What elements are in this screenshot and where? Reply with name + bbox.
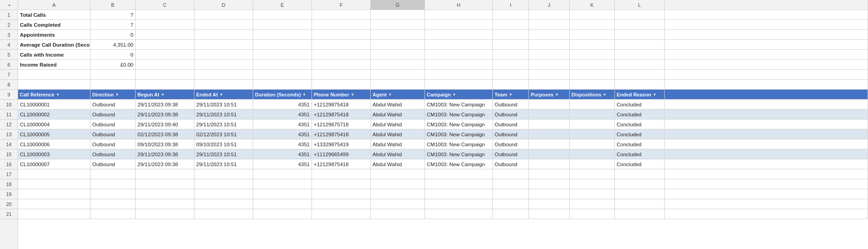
cell-duration-11[interactable]: 4351 (253, 110, 312, 119)
cell-g1[interactable] (371, 10, 425, 19)
filter-icon-campaign[interactable]: ▼ (452, 92, 456, 97)
row-header-5[interactable]: 5 (0, 50, 18, 60)
row-header-12[interactable]: 12 (0, 120, 18, 129)
header-ended-reason[interactable]: Ended Reason ▼ (615, 90, 665, 99)
cell-agent-10[interactable]: Abdul Wahid (371, 100, 425, 109)
col-header-g[interactable]: G (371, 0, 425, 10)
col-header-l[interactable]: L (615, 0, 665, 10)
cell-call-ref-16[interactable]: CL10000007 (18, 159, 90, 169)
cell-begun-14[interactable]: 09/10/2023 09:38 (136, 139, 194, 149)
cell-direction-11[interactable]: Outbound (90, 110, 136, 119)
col-header-h[interactable]: H (425, 0, 493, 10)
cell-j2[interactable] (529, 20, 570, 29)
cell-g5[interactable] (371, 50, 425, 59)
cell-purposes-16[interactable] (529, 159, 570, 169)
cell-e7[interactable] (253, 70, 312, 79)
cell-team-13[interactable]: Outbound (493, 129, 529, 139)
cell-k6[interactable] (570, 60, 615, 69)
cell-c4[interactable] (136, 40, 194, 49)
cell-a4[interactable]: Average Call Duration (Seconds) (18, 40, 90, 49)
col-header-b[interactable]: B (90, 0, 136, 10)
cell-dispositions-12[interactable] (570, 120, 615, 129)
cell-agent-14[interactable]: Abdul Wahid (371, 139, 425, 149)
cell-k2[interactable] (570, 20, 615, 29)
cell-i6[interactable] (493, 60, 529, 69)
header-call-reference[interactable]: Call Reference ▼ (18, 90, 90, 99)
cell-c5[interactable] (136, 50, 194, 59)
cell-duration-13[interactable]: 4351 (253, 129, 312, 139)
cell-d8[interactable] (194, 80, 253, 89)
cell-i7[interactable] (493, 70, 529, 79)
cell-f3[interactable] (312, 30, 371, 39)
col-header-j[interactable]: J (529, 0, 570, 10)
cell-b3[interactable]: 0 (90, 30, 136, 39)
cell-begun-11[interactable]: 29/11/2023 09:38 (136, 110, 194, 119)
cell-dispositions-16[interactable] (570, 159, 615, 169)
cell-j8[interactable] (529, 80, 570, 89)
filter-icon-begun[interactable]: ▼ (160, 92, 165, 97)
cell-ended-14[interactable]: 09/10/2023 10:51 (194, 139, 253, 149)
cell-purposes-12[interactable] (529, 120, 570, 129)
cell-l4[interactable] (615, 40, 665, 49)
cell-e8[interactable] (253, 80, 312, 89)
cell-i5[interactable] (493, 50, 529, 59)
cell-d1[interactable] (194, 10, 253, 19)
cell-dispositions-13[interactable] (570, 129, 615, 139)
cell-k1[interactable] (570, 10, 615, 19)
cell-a8[interactable] (18, 80, 90, 89)
filter-icon-purposes[interactable]: ▼ (555, 92, 559, 97)
cell-call-ref-12[interactable]: CL10000004 (18, 120, 90, 129)
cell-l1[interactable] (615, 10, 665, 19)
cell-j3[interactable] (529, 30, 570, 39)
row-header-1[interactable]: 1 (0, 10, 18, 20)
cell-c6[interactable] (136, 60, 194, 69)
row-header-10[interactable]: 10 (0, 100, 18, 110)
cell-e6[interactable] (253, 60, 312, 69)
cell-e1[interactable] (253, 10, 312, 19)
cell-b7[interactable] (90, 70, 136, 79)
cell-e3[interactable] (253, 30, 312, 39)
cell-phone-12[interactable]: +12129675718 (312, 120, 371, 129)
cell-purposes-15[interactable] (529, 149, 570, 159)
cell-duration-12[interactable]: 4351 (253, 120, 312, 129)
cell-duration-15[interactable]: 4351 (253, 149, 312, 159)
cell-k5[interactable] (570, 50, 615, 59)
cell-l6[interactable] (615, 60, 665, 69)
cell-k7[interactable] (570, 70, 615, 79)
col-header-a[interactable]: A (18, 0, 90, 10)
cell-j5[interactable] (529, 50, 570, 59)
cell-l5[interactable] (615, 50, 665, 59)
cell-duration-10[interactable]: 4351 (253, 100, 312, 109)
cell-agent-16[interactable]: Abdul Wahid (371, 159, 425, 169)
cell-i8[interactable] (493, 80, 529, 89)
cell-f1[interactable] (312, 10, 371, 19)
cell-j7[interactable] (529, 70, 570, 79)
cell-call-ref-14[interactable]: CL10000006 (18, 139, 90, 149)
cell-phone-16[interactable]: +12129875418 (312, 159, 371, 169)
cell-campaign-14[interactable]: CM1003: New Campaign (425, 139, 493, 149)
cell-ended-15[interactable]: 29/11/2023 10:51 (194, 149, 253, 159)
header-begun-at[interactable]: Begun At ▼ (136, 90, 194, 99)
cell-e4[interactable] (253, 40, 312, 49)
cell-d3[interactable] (194, 30, 253, 39)
cell-team-10[interactable]: Outbound (493, 100, 529, 109)
select-all-corner[interactable] (0, 0, 18, 10)
cell-phone-13[interactable]: +12129875418 (312, 129, 371, 139)
row-header-11[interactable]: 11 (0, 110, 18, 120)
cell-b6[interactable]: £0.00 (90, 60, 136, 69)
header-agent[interactable]: Agent ▼ (371, 90, 425, 99)
row-header-21[interactable]: 21 (0, 209, 18, 219)
header-purposes[interactable]: Purposes ▼ (529, 90, 570, 99)
cell-direction-12[interactable]: Outbound (90, 120, 136, 129)
cell-agent-11[interactable]: Abdul Wahid (371, 110, 425, 119)
filter-icon-direction[interactable]: ▼ (115, 92, 119, 97)
filter-icon-ended[interactable]: ▼ (219, 92, 223, 97)
cell-c3[interactable] (136, 30, 194, 39)
cell-team-11[interactable]: Outbound (493, 110, 529, 119)
cell-h5[interactable] (425, 50, 493, 59)
cell-call-ref-15[interactable]: CL10000003 (18, 149, 90, 159)
cell-agent-15[interactable]: Abdul Wahid (371, 149, 425, 159)
cell-call-ref-10[interactable]: CL10000001 (18, 100, 90, 109)
cell-c7[interactable] (136, 70, 194, 79)
row-header-16[interactable]: 16 (0, 159, 18, 169)
